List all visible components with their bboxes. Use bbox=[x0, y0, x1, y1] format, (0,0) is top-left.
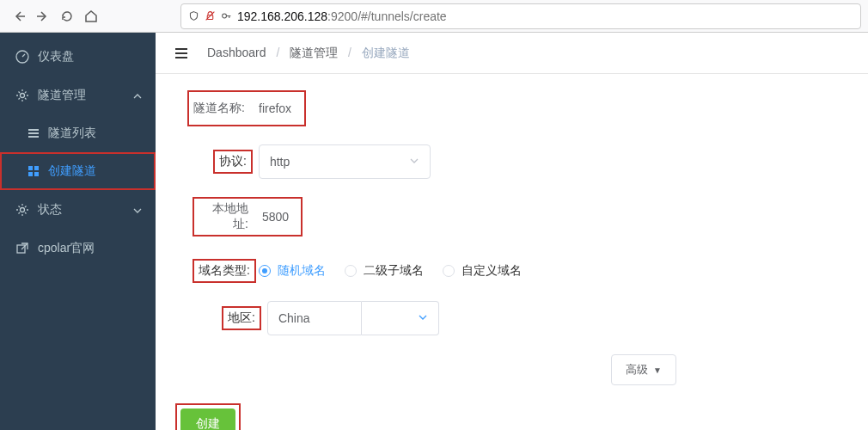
url-path: :9200/#/tunnels/create bbox=[327, 9, 447, 23]
sidebar-item-official-site[interactable]: cpolar官网 bbox=[0, 229, 156, 267]
create-button-label: 创建 bbox=[196, 416, 220, 430]
advanced-button-label: 高级 bbox=[626, 362, 648, 378]
list-icon bbox=[28, 127, 40, 139]
chevron-down-icon bbox=[418, 311, 428, 325]
row-tunnel-name: 隧道名称: bbox=[173, 91, 851, 126]
svg-point-2 bbox=[223, 14, 227, 18]
dashboard-icon bbox=[15, 50, 29, 64]
sidebar-item-label: 创建隧道 bbox=[48, 163, 96, 179]
svg-rect-9 bbox=[34, 166, 39, 170]
create-button[interactable]: 创建 bbox=[180, 408, 235, 430]
breadcrumb-separator: / bbox=[348, 46, 351, 59]
region-select-chevron-area[interactable] bbox=[362, 301, 439, 335]
hamburger-icon bbox=[173, 45, 190, 62]
triangle-down-icon: ▼ bbox=[653, 366, 662, 375]
sidebar-item-tunnel-list[interactable]: 隧道列表 bbox=[0, 114, 156, 152]
home-icon bbox=[84, 9, 98, 23]
tunnel-name-label: 隧道名称: bbox=[192, 101, 255, 116]
permission-icon bbox=[205, 10, 216, 22]
home-button[interactable] bbox=[79, 4, 103, 28]
region-value: China bbox=[278, 311, 310, 325]
radio-label: 随机域名 bbox=[278, 263, 326, 279]
url-host: 192.168.206.128 bbox=[237, 9, 327, 23]
svg-rect-13 bbox=[17, 245, 25, 253]
row-domain-type: 域名类型: 随机域名 二级子域名 自定义域名 bbox=[173, 260, 851, 282]
url-bar[interactable]: 192.168.206.128:9200/#/tunnels/create bbox=[180, 3, 861, 29]
row-region: 地区: China bbox=[173, 301, 851, 335]
svg-rect-8 bbox=[28, 166, 33, 170]
sidebar-item-label: 隧道列表 bbox=[48, 126, 96, 141]
breadcrumb: Dashboard / 隧道管理 / 创建隧道 bbox=[207, 46, 410, 61]
sidebar-item-tunnel-mgmt[interactable]: 隧道管理 bbox=[0, 76, 156, 114]
sidebar-item-label: 仪表盘 bbox=[38, 49, 74, 64]
toggle-sidebar-button[interactable] bbox=[173, 45, 190, 62]
browser-toolbar: 192.168.206.128:9200/#/tunnels/create bbox=[0, 0, 868, 33]
arrow-left-icon bbox=[12, 9, 26, 23]
radio-circle-icon bbox=[259, 265, 271, 277]
refresh-button[interactable] bbox=[55, 4, 79, 28]
svg-rect-5 bbox=[28, 129, 39, 131]
radio-label: 二级子域名 bbox=[364, 263, 424, 279]
breadcrumb-separator: / bbox=[276, 46, 279, 59]
shield-icon bbox=[188, 10, 199, 22]
domain-type-label: 域名类型: bbox=[193, 260, 255, 282]
sidebar-item-dashboard[interactable]: 仪表盘 bbox=[0, 37, 156, 76]
svg-rect-11 bbox=[34, 172, 39, 176]
external-link-icon bbox=[15, 242, 29, 255]
protocol-value: http bbox=[270, 155, 290, 169]
main-panel: Dashboard / 隧道管理 / 创建隧道 隧道名称: 协议: http bbox=[156, 33, 868, 430]
svg-point-12 bbox=[21, 207, 25, 212]
settings-icon bbox=[15, 89, 29, 102]
arrow-right-icon bbox=[36, 9, 50, 23]
forward-button[interactable] bbox=[31, 4, 55, 28]
svg-point-4 bbox=[21, 93, 25, 97]
refresh-icon bbox=[60, 9, 74, 23]
breadcrumb-item-active: 创建隧道 bbox=[362, 46, 410, 59]
row-protocol: 协议: http bbox=[173, 144, 851, 179]
radio-circle-icon bbox=[345, 265, 357, 277]
chevron-up-icon bbox=[132, 90, 143, 101]
status-icon bbox=[15, 203, 29, 217]
sidebar-item-label: 隧道管理 bbox=[38, 88, 86, 103]
svg-rect-7 bbox=[28, 136, 39, 138]
row-advanced: 高级 ▼ bbox=[173, 354, 851, 385]
breadcrumb-item[interactable]: 隧道管理 bbox=[290, 46, 338, 59]
tunnel-name-input[interactable] bbox=[255, 95, 302, 122]
protocol-select[interactable]: http bbox=[259, 144, 431, 179]
local-addr-input[interactable] bbox=[259, 203, 296, 230]
sidebar-item-label: 状态 bbox=[38, 202, 62, 218]
svg-rect-10 bbox=[28, 172, 33, 176]
sidebar-item-label: cpolar官网 bbox=[38, 241, 95, 256]
region-select[interactable]: China bbox=[267, 301, 362, 335]
breadcrumb-item[interactable]: Dashboard bbox=[207, 46, 266, 59]
radio-label: 自定义域名 bbox=[462, 263, 522, 279]
advanced-button[interactable]: 高级 ▼ bbox=[611, 354, 676, 385]
back-button[interactable] bbox=[7, 4, 31, 28]
app-container: 仪表盘 隧道管理 隧道列表 创建隧道 状态 cpolar官网 bbox=[0, 33, 868, 430]
sidebar: 仪表盘 隧道管理 隧道列表 创建隧道 状态 cpolar官网 bbox=[0, 33, 156, 430]
local-addr-label: 本地地址: bbox=[199, 201, 259, 232]
protocol-label: 协议: bbox=[214, 150, 252, 173]
radio-circle-icon bbox=[443, 265, 455, 277]
svg-rect-6 bbox=[28, 132, 39, 134]
row-local-addr: 本地地址: bbox=[173, 198, 851, 236]
create-icon bbox=[28, 165, 40, 177]
chevron-down-icon bbox=[409, 155, 419, 169]
chevron-down-icon bbox=[132, 205, 143, 215]
sidebar-item-tunnel-create[interactable]: 创建隧道 bbox=[0, 152, 156, 190]
radio-subdomain[interactable]: 二级子域名 bbox=[345, 263, 424, 279]
row-create: 创建 bbox=[173, 404, 851, 430]
radio-random-domain[interactable]: 随机域名 bbox=[259, 263, 326, 279]
key-icon bbox=[221, 10, 232, 22]
sidebar-item-status[interactable]: 状态 bbox=[0, 190, 156, 229]
radio-custom-domain[interactable]: 自定义域名 bbox=[443, 263, 522, 279]
form-area: 隧道名称: 协议: http 本地地址: 域名 bbox=[156, 74, 868, 430]
topbar: Dashboard / 隧道管理 / 创建隧道 bbox=[156, 33, 868, 74]
region-label: 地区: bbox=[223, 307, 260, 329]
